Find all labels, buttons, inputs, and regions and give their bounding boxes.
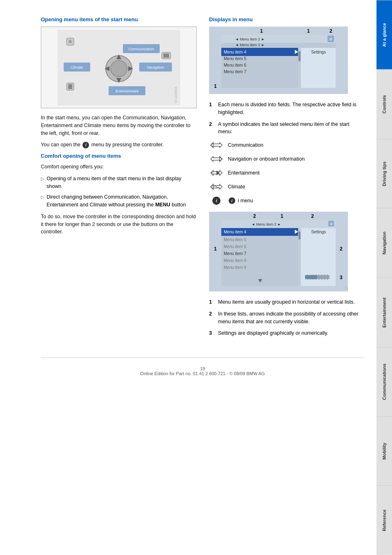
imenu-icon: i xyxy=(209,195,224,206)
bullet-item-1: ▷ Opening of a menu item of the start me… xyxy=(41,175,197,190)
num-1: 1 xyxy=(209,101,215,116)
svg-text:Menu item 5: Menu item 5 xyxy=(224,56,246,61)
numbered-item2-2: 2 In these lists, arrows indicate the po… xyxy=(209,310,364,326)
symbol-navigation: Navigation or onboard information xyxy=(209,154,364,164)
svg-rect-41 xyxy=(298,51,301,61)
svg-text:Menu item 7: Menu item 7 xyxy=(224,251,246,256)
tab-entertainment[interactable]: Entertainment xyxy=(376,278,392,347)
svg-text:C20/E1/E09: C20/E1/E09 xyxy=(345,90,348,92)
svg-text:Navigation: Navigation xyxy=(147,65,165,69)
menu-bold: MENU xyxy=(155,202,170,208)
menu-display-svg1: 1 1 2 ◄ Menu item 2 ► ◄ Menu item 3 ► xyxy=(209,27,348,94)
bullet-arrow-2: ▷ xyxy=(41,194,44,201)
svg-text:C23/E1/E09: C23/E1/E09 xyxy=(345,287,348,290)
svg-rect-77 xyxy=(305,275,317,279)
svg-text:2: 2 xyxy=(330,28,332,34)
menu-display-diagram1: 1 1 2 ◄ Menu item 2 ► ◄ Menu item 3 ► xyxy=(209,27,364,95)
symbol-label-communication: Communication xyxy=(228,142,263,148)
body-text-2: You can open the i menu by pressing the … xyxy=(41,141,197,149)
svg-rect-20 xyxy=(163,54,169,58)
symbol-label-entertainment: Entertainment xyxy=(228,170,260,176)
heading-opening-menu: Opening menu items of the start menu xyxy=(41,16,197,22)
svg-text:Settings: Settings xyxy=(311,50,326,54)
controller-svg: Communication Navigation Climate Enterta… xyxy=(58,30,180,105)
tab-at-a-glance[interactable]: At a glance xyxy=(376,0,392,69)
svg-text:⚙: ⚙ xyxy=(329,37,332,41)
numbered-item2-3: 3 Settings are displayed graphically or … xyxy=(209,329,364,337)
tab-communications[interactable]: Communications xyxy=(376,347,392,416)
svg-text:Menu item 4: Menu item 4 xyxy=(224,50,246,54)
numbered-item-2: 2 A symbol indicates the last selected m… xyxy=(209,121,364,136)
i-menu-icon: i xyxy=(82,142,89,148)
page-number: 19 xyxy=(200,366,205,371)
svg-text:Menu item 7: Menu item 7 xyxy=(224,69,246,74)
navigation-icon xyxy=(209,154,224,164)
svg-text:1: 1 xyxy=(307,28,310,34)
numbered-item-1: 1 Each menu is divided into fields. The … xyxy=(209,101,364,116)
sidebar: At a glance Controls Driving tips Naviga… xyxy=(376,0,392,555)
svg-text:Menu item 9: Menu item 9 xyxy=(224,265,246,270)
bullet-item-2: ▷ Direct changing between Communication,… xyxy=(41,193,197,209)
main-content: Opening menu items of the start menu xyxy=(0,0,376,555)
left-column: Opening menu items of the start menu xyxy=(41,16,197,341)
symbol-climate: Climate xyxy=(209,181,364,192)
svg-text:1: 1 xyxy=(260,28,263,34)
symbol-label-navigation: Navigation or onboard information xyxy=(228,156,305,162)
svg-text:Communication: Communication xyxy=(129,47,154,51)
tab-driving-tips[interactable]: Driving tips xyxy=(376,139,392,208)
body-text-3: To do so, move the controller in the cor… xyxy=(41,213,197,236)
svg-text:2: 2 xyxy=(253,213,256,219)
svg-text:2: 2 xyxy=(340,246,343,252)
svg-text:Settings: Settings xyxy=(311,230,326,234)
num2-text-2: In these lists, arrows indicate the poss… xyxy=(218,310,364,326)
svg-text:Menu item 6: Menu item 6 xyxy=(224,244,246,249)
page-footer: 19 Online Edition for Part no. 01 41 2 6… xyxy=(41,358,364,380)
svg-point-2 xyxy=(111,60,127,77)
svg-text:2: 2 xyxy=(311,213,314,219)
left-margin xyxy=(0,0,33,555)
tab-mobility[interactable]: Mobility xyxy=(376,416,392,486)
numbered-item2-1: 1 Menu items are usually grouped in hori… xyxy=(209,298,364,306)
body-text-1: In the start menu, you can open the Comm… xyxy=(41,114,197,137)
svg-marker-47 xyxy=(220,157,222,161)
bullet-arrow-1: ▷ xyxy=(41,175,44,182)
symbol-list: Communication Navigation or onboard info… xyxy=(209,140,364,206)
svg-text:Climate: Climate xyxy=(71,65,83,69)
comfort-intro: Comfort opening offers you: xyxy=(41,163,197,171)
climate-icon xyxy=(209,181,224,192)
num2-1: 1 xyxy=(209,298,215,306)
symbol-label-imenu: i i menu xyxy=(228,197,253,204)
svg-text:Menu item 6: Menu item 6 xyxy=(224,63,246,67)
tab-reference[interactable]: Reference xyxy=(376,486,392,555)
num-2: 2 xyxy=(209,121,215,136)
symbol-communication: Communication xyxy=(209,140,364,150)
heading-comfort: Comfort opening of menu items xyxy=(41,153,197,159)
svg-text:1: 1 xyxy=(281,213,283,219)
bullet-list: ▷ Opening of a menu item of the start me… xyxy=(41,175,197,209)
footer-text: Online Edition for Part no. 01 41 2 600 … xyxy=(140,371,265,376)
symbol-entertainment: Entertainment xyxy=(209,168,364,178)
svg-marker-49 xyxy=(216,170,220,175)
svg-rect-18 xyxy=(68,84,72,89)
heading-displays: Displays in menu xyxy=(209,16,364,22)
svg-text:Entertainment: Entertainment xyxy=(116,89,139,93)
entertainment-icon xyxy=(209,168,224,178)
svg-text:V2 12C05/04: V2 12C05/04 xyxy=(174,87,177,103)
num2-2: 2 xyxy=(209,310,215,326)
body2-text: You can open the xyxy=(41,142,80,148)
num-text-1: Each menu is divided into fields. The re… xyxy=(218,101,364,116)
symbol-imenu: i i i menu xyxy=(209,195,364,206)
i-icon-inline: i xyxy=(229,197,235,204)
num-text-2: A symbol indicates the last selected men… xyxy=(218,121,364,136)
svg-marker-51 xyxy=(211,184,213,189)
svg-text:⚙: ⚙ xyxy=(330,222,333,226)
svg-text:Menu item 8: Menu item 8 xyxy=(224,258,246,263)
tab-controls[interactable]: Controls xyxy=(376,69,392,139)
menu-display-diagram2: 2 1 2 ◄ Menu item 2 ► ⚙ xyxy=(209,212,364,293)
right-column: Displays in menu 1 1 2 xyxy=(209,16,364,341)
num2-3: 3 xyxy=(209,329,215,337)
communication-icon xyxy=(209,140,224,150)
svg-text:◄ Menu item 3 ►: ◄ Menu item 3 ► xyxy=(235,43,265,47)
svg-text:Menu item 5: Menu item 5 xyxy=(224,237,246,242)
tab-navigation[interactable]: Navigation xyxy=(376,208,392,278)
